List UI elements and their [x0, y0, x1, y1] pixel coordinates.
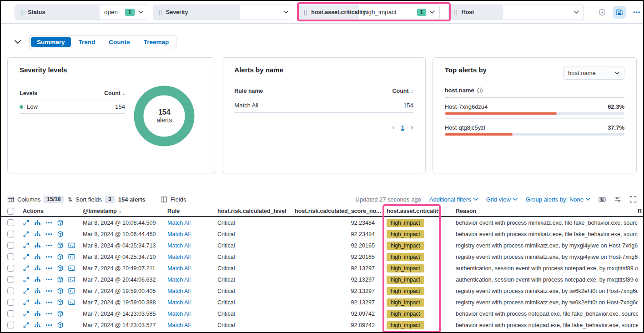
analyzer-icon[interactable]	[34, 219, 41, 226]
row-checkbox[interactable]	[7, 253, 14, 260]
col-count[interactable]: Count↓	[392, 88, 413, 94]
col-criticality[interactable]: host.asset.criticality	[381, 208, 453, 214]
drag-handle-icon[interactable]: ||	[20, 9, 24, 15]
tab-trend[interactable]: Trend	[73, 37, 101, 47]
expand-alert-icon[interactable]	[23, 276, 30, 283]
rule-link[interactable]: Match All	[167, 220, 191, 226]
tab-treemap[interactable]: Treemap	[138, 37, 175, 47]
col-risk-level[interactable]: host.risk.calculated_level	[217, 208, 295, 214]
fields-button[interactable]: Fields	[161, 196, 186, 203]
columns-button[interactable]: Columns 15/18	[7, 196, 64, 203]
row-checkbox[interactable]	[7, 219, 14, 226]
row-checkbox[interactable]	[7, 299, 14, 306]
col-risk-score[interactable]: host.risk.calculated_score_no...↓	[295, 208, 381, 214]
collapse-section-icon[interactable]	[15, 40, 21, 44]
expand-alert-icon[interactable]	[23, 242, 30, 249]
terminal-icon[interactable]	[68, 242, 75, 249]
top-alerts-field-select[interactable]: host.name	[563, 66, 624, 80]
drag-handle-icon[interactable]: ||	[159, 9, 162, 15]
row-checkbox[interactable]	[7, 276, 14, 283]
rule-link[interactable]: Match All	[167, 242, 191, 249]
filter-host[interactable]: || Host	[448, 5, 584, 20]
rule-link[interactable]: Match All	[167, 265, 191, 272]
more-options-icon[interactable]	[630, 6, 643, 19]
more-actions-icon[interactable]	[45, 219, 52, 226]
display-options-icon[interactable]	[614, 196, 621, 203]
row-checkbox[interactable]	[7, 322, 14, 328]
rule-link[interactable]: Match All	[167, 299, 191, 306]
expand-alert-icon[interactable]	[23, 231, 30, 237]
more-actions-icon[interactable]	[45, 231, 52, 237]
drag-handle-icon[interactable]: ||	[304, 9, 307, 15]
rule-link[interactable]: Match All	[167, 254, 191, 260]
col-reason[interactable]: Reason	[453, 208, 638, 214]
tab-counts[interactable]: Counts	[103, 37, 136, 47]
session-viewer-icon[interactable]	[57, 219, 64, 226]
filter-severity[interactable]: || Severity	[153, 5, 293, 20]
row-checkbox[interactable]	[7, 231, 14, 237]
more-actions-icon[interactable]	[45, 288, 52, 294]
add-filter-icon[interactable]	[596, 6, 609, 19]
additional-filters-button[interactable]: Additional filters	[429, 196, 478, 203]
analyzer-icon[interactable]	[34, 288, 41, 294]
terminal-icon[interactable]	[68, 299, 75, 306]
analyzer-icon[interactable]	[34, 276, 41, 283]
session-viewer-icon[interactable]	[57, 253, 64, 260]
rule-link[interactable]: Match All	[167, 322, 191, 328]
terminal-icon[interactable]	[68, 253, 75, 260]
analyzer-icon[interactable]	[34, 231, 41, 237]
expand-alert-icon[interactable]	[23, 253, 30, 260]
col-timestamp[interactable]: @timestamp↓	[83, 208, 167, 214]
session-viewer-icon[interactable]	[57, 231, 64, 237]
next-page-icon[interactable]: ›	[411, 123, 413, 132]
row-checkbox[interactable]	[7, 288, 14, 294]
drag-handle-icon[interactable]: ||	[454, 9, 458, 15]
col-rule[interactable]: Rule	[167, 208, 217, 214]
row-checkbox[interactable]	[7, 242, 14, 249]
expand-alert-icon[interactable]	[23, 265, 30, 272]
more-actions-icon[interactable]	[45, 276, 52, 283]
save-query-icon[interactable]	[613, 6, 626, 19]
group-alerts-button[interactable]: Group alerts by: None	[526, 196, 590, 203]
more-actions-icon[interactable]	[45, 322, 52, 328]
analyzer-icon[interactable]	[34, 322, 41, 328]
row-checkbox[interactable]	[7, 310, 14, 317]
prev-page-icon[interactable]: ‹	[392, 123, 395, 132]
select-all-checkbox[interactable]	[7, 208, 14, 215]
rule-link[interactable]: Match All	[167, 277, 191, 283]
rule-link[interactable]: Match All	[167, 288, 191, 294]
rule-link[interactable]: Match All	[167, 231, 191, 237]
more-actions-icon[interactable]	[45, 253, 52, 260]
session-viewer-icon[interactable]	[57, 242, 64, 249]
terminal-icon[interactable]	[68, 265, 75, 272]
tab-summary[interactable]: Summary	[31, 37, 71, 47]
terminal-icon[interactable]	[68, 276, 75, 283]
expand-alert-icon[interactable]	[23, 322, 30, 328]
sort-fields-button[interactable]: ⇅ Sort fields 3	[67, 196, 114, 203]
expand-alert-icon[interactable]	[23, 310, 30, 317]
more-actions-icon[interactable]	[45, 310, 52, 317]
more-actions-icon[interactable]	[45, 265, 52, 272]
analyzer-icon[interactable]	[34, 253, 41, 260]
col-count[interactable]: Count↓	[104, 90, 125, 96]
row-checkbox[interactable]	[7, 265, 14, 272]
expand-alert-icon[interactable]	[23, 299, 30, 306]
expand-alert-icon[interactable]	[23, 288, 30, 294]
more-actions-icon[interactable]	[45, 299, 52, 306]
page-number[interactable]: 1	[401, 124, 404, 131]
keyboard-shortcuts-icon[interactable]	[599, 196, 606, 203]
analyzer-icon[interactable]	[34, 310, 41, 317]
expand-alert-icon[interactable]	[23, 219, 30, 226]
session-viewer-icon[interactable]	[57, 310, 64, 317]
grid-view-button[interactable]: Grid view	[486, 196, 518, 203]
session-viewer-icon[interactable]	[57, 299, 64, 306]
session-viewer-icon[interactable]	[57, 276, 64, 283]
filter-host-asset-criticality[interactable]: || host.asset.criticality high_impact 1	[298, 5, 440, 20]
rule-link[interactable]: Match All	[167, 311, 191, 317]
analyzer-icon[interactable]	[34, 242, 41, 249]
session-viewer-icon[interactable]	[57, 265, 64, 272]
analyzer-icon[interactable]	[34, 265, 41, 272]
terminal-icon[interactable]	[68, 288, 75, 294]
filter-status[interactable]: || Status open 1	[15, 5, 148, 20]
fullscreen-icon[interactable]	[629, 196, 637, 203]
